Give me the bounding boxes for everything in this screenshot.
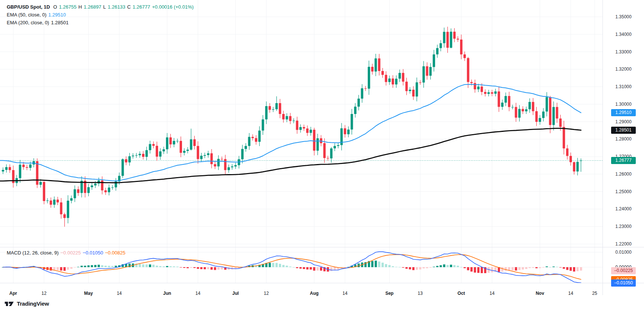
macd-hist-bar [402,267,404,268]
candle [142,151,144,160]
candle [487,90,490,96]
macd-hist-bar [570,267,572,271]
candle [70,195,73,203]
candle [341,123,343,150]
candle [542,108,545,121]
macd-hist-bar [108,266,110,267]
macd-hist-bar [166,266,168,267]
ema200-legend-row[interactable]: EMA (200, close, 0) 1.28501 [7,19,194,27]
candle [87,184,90,196]
candle [402,69,404,86]
symbol-title: GBP/USD Spot, 1D [7,3,50,11]
candle [576,158,579,176]
macd-hist-bar [491,267,493,272]
candle [573,161,575,174]
macd-hist-bar [433,267,435,267]
macd-hist-bar [293,267,295,268]
candle [317,134,319,155]
macd-hist-bar [392,266,394,268]
change-value: +0.00016 (+0.01%) [152,3,194,11]
candle [293,118,295,123]
candle [515,103,517,122]
candle [563,121,565,154]
price-tick-label: 1.33000 [603,49,644,55]
candle [556,103,558,123]
candle [132,153,134,159]
candle [535,107,537,126]
macd-hist-bar [549,267,551,268]
candle [210,149,213,169]
ema50-label: EMA (50, close, 0) [7,11,46,19]
time-tick-label: Aug [304,291,325,296]
macd-hist-bar [313,267,315,271]
candle [56,197,59,205]
macd-hist-bar [317,267,319,271]
tradingview-attribution[interactable]: TradingView [4,299,49,308]
macd-hist-bar [296,267,298,268]
macd-hist-bar [183,267,185,268]
candle [173,138,175,147]
macd-hist-bar [546,266,548,267]
candle [511,105,514,109]
candle [104,188,107,195]
macd-hist-bar [74,267,76,268]
open-value: 1.26755 [59,3,77,11]
candle [426,62,428,80]
macd-hist-bar [580,267,582,271]
macd-hist-bar [190,267,192,268]
pane-separator[interactable] [0,247,644,247]
time-tick-label: Sep [379,291,400,296]
macd-hist-bar [139,264,141,267]
macd-hist-bar [60,267,62,271]
candle [344,125,346,138]
macd-hist-bar [409,267,411,269]
candle [385,71,387,86]
ema200-badge: 1.28501 [611,127,636,134]
candle [80,176,83,198]
price-tick-label: 1.28000 [603,136,644,142]
ema50-value: 1.29510 [48,11,66,19]
candle [258,126,261,146]
time-tick-label: Oct [451,291,472,296]
candle [125,157,127,166]
candle [163,146,165,154]
macd-hist-bar [87,265,90,267]
candle [128,153,130,166]
candle [440,40,442,51]
candle [371,64,373,74]
macd-legend: MACD (12, 26, close, 9) −0.00225 −0.0105… [7,249,126,257]
candle [378,54,380,75]
candle [296,117,298,134]
macd-hist-bar [429,267,432,268]
candle [46,198,49,203]
candle [412,86,415,100]
candle [152,142,154,149]
macd-hist-bar [176,266,179,267]
price-tick-label: 1.29000 [603,119,644,124]
candle [398,69,401,82]
macd-legend-row[interactable]: MACD (12, 26, close, 9) −0.00225 −0.0105… [7,249,126,257]
ema50-legend-row[interactable]: EMA (50, close, 0) 1.29510 [7,11,194,19]
candle [84,176,86,198]
candle [409,87,411,93]
price-pane[interactable] [0,0,603,247]
candle [64,213,66,226]
macd-hist-bar [94,265,96,267]
candle [279,99,281,118]
candle [333,143,336,151]
time-axis[interactable]: Apr12May14Jun14Jul12Aug14Sep13Oct14Nov14… [0,283,603,298]
macd-hist-bar [511,267,514,271]
candle [252,135,254,141]
macd-hist-bar [56,267,59,270]
macd-hist-bar [457,266,459,267]
candle [354,103,356,118]
candle [546,92,548,117]
symbol-legend-row[interactable]: GBP/USD Spot, 1D O1.26755 H1.26897 L1.26… [7,3,194,11]
macd-hist-bar [453,265,456,268]
candle [303,124,305,131]
candle [159,148,161,160]
macd-hist-bar [282,265,284,267]
candle [416,78,418,102]
macd-hist-bar [385,264,387,267]
price-axis[interactable]: 1.350001.340001.330001.320001.310001.300… [603,0,644,295]
